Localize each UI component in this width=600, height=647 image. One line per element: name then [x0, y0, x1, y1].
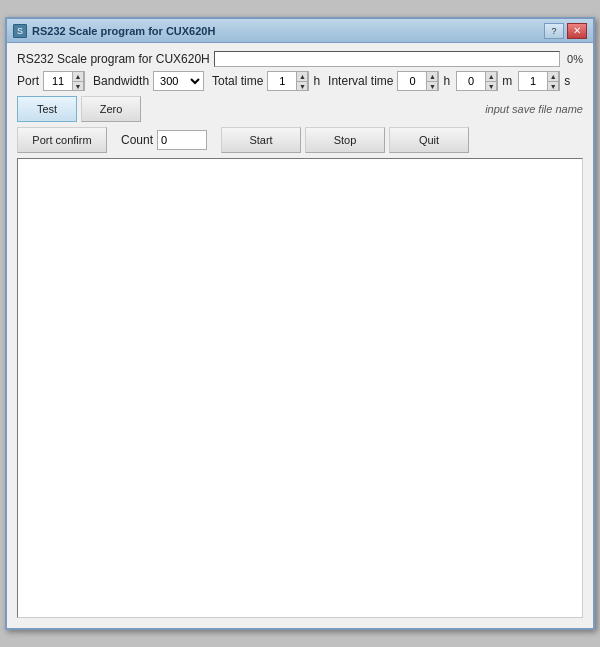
app-title-row: RS232 Scale program for CUX620H 0%	[17, 51, 583, 67]
progress-bar-container	[214, 51, 560, 67]
zero-button[interactable]: Zero	[81, 96, 141, 122]
title-bar: S RS232 Scale program for CUX620H ? ✕	[7, 19, 593, 43]
m-arrows: ▲ ▼	[485, 71, 497, 91]
port-arrows: ▲ ▼	[72, 71, 84, 91]
interval-spinbox[interactable]: ▲ ▼	[397, 71, 439, 91]
total-time-input[interactable]	[268, 72, 296, 90]
m-up-arrow[interactable]: ▲	[485, 71, 497, 81]
interval-input[interactable]	[398, 72, 426, 90]
port-spinbox[interactable]: ▲ ▼	[43, 71, 85, 91]
port-confirm-button[interactable]: Port confirm	[17, 127, 107, 153]
port-down-arrow[interactable]: ▼	[72, 81, 84, 91]
settings-row: Port ▲ ▼ Bandwidth 300 600 1200 2400 480…	[17, 71, 583, 91]
bandwidth-select[interactable]: 300 600 1200 2400 4800 9600	[153, 71, 204, 91]
title-bar-buttons: ? ✕	[544, 23, 587, 39]
title-bar-left: S RS232 Scale program for CUX620H	[13, 24, 215, 38]
total-time-arrows: ▲ ▼	[296, 71, 308, 91]
h-label1: h	[313, 74, 320, 88]
s-spinbox[interactable]: ▲ ▼	[518, 71, 560, 91]
percent-label: 0%	[567, 53, 583, 65]
interval-time-label: Interval time	[328, 74, 393, 88]
total-time-down-arrow[interactable]: ▼	[296, 81, 308, 91]
window-content: RS232 Scale program for CUX620H 0% Port …	[7, 43, 593, 628]
total-time-label: Total time	[212, 74, 263, 88]
total-time-up-arrow[interactable]: ▲	[296, 71, 308, 81]
start-button[interactable]: Start	[221, 127, 301, 153]
count-label: Count	[121, 133, 153, 147]
port-up-arrow[interactable]: ▲	[72, 71, 84, 81]
interval-down-arrow[interactable]: ▼	[426, 81, 438, 91]
bandwidth-label: Bandwidth	[93, 74, 149, 88]
app-icon: S	[13, 24, 27, 38]
quit-button[interactable]: Quit	[389, 127, 469, 153]
count-input[interactable]	[157, 130, 207, 150]
h-label2: h	[443, 74, 450, 88]
port-input[interactable]	[44, 72, 72, 90]
interval-up-arrow[interactable]: ▲	[426, 71, 438, 81]
save-label: input save file name	[145, 103, 583, 115]
s-up-arrow[interactable]: ▲	[547, 71, 559, 81]
action-row: Port confirm Count Start Stop Quit	[17, 127, 583, 153]
stop-button[interactable]: Stop	[305, 127, 385, 153]
total-time-spinbox[interactable]: ▲ ▼	[267, 71, 309, 91]
s-input[interactable]	[519, 72, 547, 90]
m-input[interactable]	[457, 72, 485, 90]
m-spinbox[interactable]: ▲ ▼	[456, 71, 498, 91]
app-label: RS232 Scale program for CUX620H	[17, 52, 210, 66]
main-window: S RS232 Scale program for CUX620H ? ✕ RS…	[5, 17, 595, 630]
s-down-arrow[interactable]: ▼	[547, 81, 559, 91]
main-display-area	[17, 158, 583, 618]
port-label: Port	[17, 74, 39, 88]
window-title: RS232 Scale program for CUX620H	[32, 25, 215, 37]
m-down-arrow[interactable]: ▼	[485, 81, 497, 91]
test-button[interactable]: Test	[17, 96, 77, 122]
help-button[interactable]: ?	[544, 23, 564, 39]
interval-arrows: ▲ ▼	[426, 71, 438, 91]
close-button[interactable]: ✕	[567, 23, 587, 39]
s-label: s	[564, 74, 570, 88]
test-row: Test Zero input save file name	[17, 96, 583, 122]
s-arrows: ▲ ▼	[547, 71, 559, 91]
m-label: m	[502, 74, 512, 88]
